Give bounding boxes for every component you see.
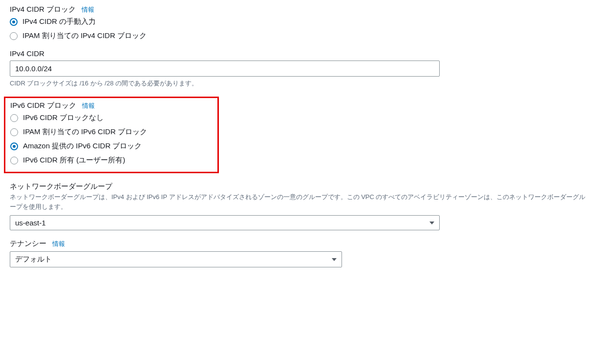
ipv4-cidr-block-label: IPv4 CIDR ブロック [10,5,76,14]
radio-icon [10,18,18,26]
network-border-group-label: ネットワークボーダーグループ [10,182,112,191]
network-border-group-value: us-east-1 [15,219,46,227]
radio-icon [10,114,18,122]
radio-label: IPv6 CIDR 所有 (ユーザー所有) [23,156,125,165]
radio-label: Amazon 提供の IPv6 CIDR ブロック [23,142,142,151]
chevron-down-icon [332,258,337,261]
radio-icon [10,128,18,136]
network-border-group-select[interactable]: us-east-1 [10,215,440,230]
radio-icon [10,32,18,40]
chevron-down-icon [429,222,434,224]
ipv6-cidr-owned-radio[interactable]: IPv6 CIDR 所有 (ユーザー所有) [10,156,213,165]
network-border-group-description: ネットワークボーダーグループは、IPv4 および IPv6 IP アドレスがアド… [10,192,586,211]
ipv4-cidr-ipam-radio[interactable]: IPAM 割り当ての IPv4 CIDR ブロック [10,31,588,40]
ipv4-cidr-block-info-link[interactable]: 情報 [82,5,94,14]
tenancy-select[interactable]: デフォルト [10,251,342,267]
ipv4-cidr-block-radio-group: IPv4 CIDR の手動入力 IPAM 割り当ての IPv4 CIDR ブロッ… [10,17,588,40]
radio-label: IPv4 CIDR の手動入力 [22,17,96,26]
radio-label: IPAM 割り当ての IPv6 CIDR ブロック [23,127,147,137]
ipv6-cidr-ipam-radio[interactable]: IPAM 割り当ての IPv6 CIDR ブロック [10,127,213,137]
tenancy-field: テナンシー 情報 デフォルト [10,239,588,267]
radio-label: IPAM 割り当ての IPv4 CIDR ブロック [22,31,147,40]
ipv4-cidr-block-field: IPv4 CIDR ブロック 情報 IPv4 CIDR の手動入力 IPAM 割… [10,5,588,40]
ipv6-cidr-block-radio-group: IPv6 CIDR ブロックなし IPAM 割り当ての IPv6 CIDR ブロ… [10,113,213,165]
radio-icon [10,142,18,150]
ipv6-cidr-amazon-radio[interactable]: Amazon 提供の IPv6 CIDR ブロック [10,142,213,151]
ipv4-cidr-input[interactable] [10,61,440,77]
tenancy-label: テナンシー [10,239,46,248]
network-border-group-field: ネットワークボーダーグループ ネットワークボーダーグループは、IPv4 および … [10,182,588,230]
radio-label: IPv6 CIDR ブロックなし [23,113,104,122]
tenancy-info-link[interactable]: 情報 [52,240,65,248]
radio-icon [10,157,18,164]
ipv4-cidr-manual-radio[interactable]: IPv4 CIDR の手動入力 [10,17,588,26]
ipv6-cidr-none-radio[interactable]: IPv6 CIDR ブロックなし [10,113,213,122]
ipv4-cidr-helper: CIDR ブロックサイズは /16 から /28 の間である必要があります。 [10,79,588,88]
ipv6-cidr-block-label: IPv6 CIDR ブロック [10,101,76,110]
ipv4-cidr-field: IPv4 CIDR CIDR ブロックサイズは /16 から /28 の間である… [10,49,588,88]
ipv6-cidr-block-highlight: IPv6 CIDR ブロック 情報 IPv6 CIDR ブロックなし IPAM … [4,97,219,173]
tenancy-value: デフォルト [15,255,52,264]
ipv6-cidr-block-info-link[interactable]: 情報 [82,101,95,110]
ipv4-cidr-label: IPv4 CIDR [10,49,44,58]
